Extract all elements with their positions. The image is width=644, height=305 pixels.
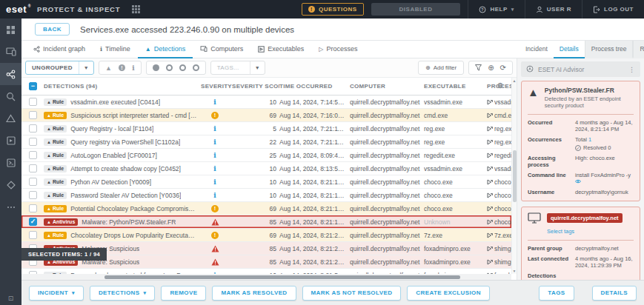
executables-icon — [258, 46, 265, 53]
table-row[interactable]: ▲RuleQuery registry via PowerShell [C110… — [21, 135, 511, 149]
panel-tab-incident[interactable]: Incident — [519, 41, 554, 58]
table-row[interactable]: ▲RuleQuery Registry - local [F1104]i5Aug… — [21, 122, 511, 135]
row-checkbox[interactable] — [29, 138, 37, 146]
table-row[interactable]: ▲Rulevssadmin.exe executed [C0414]i10Aug… — [21, 95, 511, 109]
detection-cell: ▲RuleSuspicious script interpreter start… — [44, 112, 201, 119]
scroll-up-icon[interactable]: ▲ — [513, 78, 517, 83]
logout-button[interactable]: LOG OUT — [582, 0, 644, 19]
tab-processes[interactable]: ▷Processes — [311, 41, 365, 58]
eset-logo[interactable]: eset® — [6, 4, 27, 15]
row-checkbox[interactable] — [29, 204, 37, 212]
sidebar-item-questions[interactable] — [0, 174, 21, 196]
ai-advisor-bar[interactable]: ESET AI Advisor ⋮ — [521, 61, 640, 77]
row-checkbox[interactable] — [29, 98, 37, 106]
scroll-down-icon[interactable]: ▼ — [513, 269, 517, 273]
select-all-checkbox[interactable]: − — [29, 82, 37, 90]
sidebar-item-scripts[interactable] — [0, 152, 21, 174]
funnel-icon[interactable] — [475, 64, 482, 71]
sidebar-item-incident-graph[interactable] — [0, 63, 21, 85]
panel-tab-details[interactable]: Details — [554, 41, 585, 58]
accessing-process-link[interactable]: High: choco.exe — [575, 155, 615, 168]
process-cell: choco.exe (9… — [487, 205, 511, 212]
row-checkbox[interactable] — [29, 151, 37, 159]
sidebar-item-dashboard[interactable] — [0, 19, 21, 41]
plus-circle-icon[interactable]: ⊕ — [488, 64, 494, 72]
tags-filter-select[interactable]: TAGS... ▼ — [210, 61, 265, 75]
add-filter-button[interactable]: ⊕ Add filter — [418, 61, 464, 75]
row-checkbox[interactable] — [29, 124, 37, 133]
tab-detections[interactable]: ▲Detections — [138, 41, 193, 58]
tags-button[interactable]: TAGS — [539, 286, 574, 301]
back-button[interactable]: BACK — [35, 23, 70, 36]
table-row[interactable]: ▲RulePotential Chocolatey Package Compro… — [21, 202, 511, 215]
panel-tab-process-tree[interactable]: Process tree — [585, 41, 634, 58]
scrollbar-thumb[interactable] — [104, 275, 460, 279]
user-menu[interactable]: USER R — [525, 0, 582, 19]
grouping-select[interactable]: UNGROUPED ▼ — [25, 61, 94, 75]
sidebar-item-detections[interactable] — [0, 107, 21, 130]
logout-icon — [593, 6, 600, 13]
tab-computers[interactable]: Computers — [193, 41, 250, 58]
sidebar-item-more[interactable] — [0, 196, 21, 218]
refresh-icon[interactable]: ⟳ — [500, 64, 506, 72]
app-launcher-icon[interactable] — [132, 5, 140, 13]
details-button[interactable]: DETAILS — [592, 286, 637, 301]
scrollbar-thumb[interactable] — [513, 150, 517, 202]
row-checkbox[interactable] — [29, 111, 37, 119]
table-row[interactable]: ▲RulePython AV Detection [Y0009]i10Aug 1… — [21, 175, 511, 189]
collapse-sidebar-icon[interactable]: ⊡ — [0, 295, 21, 302]
table-row[interactable]: ▲RuleSuspicious script interpreter start… — [21, 109, 511, 122]
table-row[interactable]: ▲RuleAttempt to create shadow copy [C045… — [21, 162, 511, 175]
severity-cell: i — [201, 191, 232, 199]
sidebar-item-search[interactable] — [0, 85, 21, 107]
column-header-time-occurred[interactable]: TIME OCCURRED — [279, 83, 350, 90]
table-row[interactable]: ▲RulePassword Stealer AV Detection [Y003… — [21, 189, 511, 202]
table-row[interactable]: ▲RuleAutoLogon Enabled [CF00017]i25Aug 1… — [21, 149, 511, 162]
disabled-button[interactable]: DISABLED — [371, 3, 461, 16]
horizontal-scrollbar[interactable] — [21, 274, 511, 280]
status-dot-icon[interactable] — [179, 64, 186, 71]
eye-icon[interactable] — [575, 178, 581, 185]
column-header-severity[interactable]: SEVERITY — [201, 83, 232, 90]
table-row[interactable]: ✓▲AntivirusMalware: Python/PSW.Stealer.F… — [21, 215, 511, 229]
vertical-scrollbar[interactable]: ▲ ▼ — [511, 78, 517, 274]
warning-filter-icon[interactable]: ! — [119, 64, 125, 71]
detection-name: Malware: Python/PSW.Stealer.FR — [82, 218, 176, 226]
panel-tab-related-objects[interactable]: Related objects — [633, 41, 644, 58]
occurrences-total-link[interactable]: 1 — [588, 136, 591, 143]
help-menu[interactable]: ? HELP▾ — [468, 0, 524, 19]
status-dot-icon[interactable] — [193, 64, 199, 71]
row-checkbox[interactable] — [29, 231, 37, 239]
mark-as-resolved-button[interactable]: MARK AS RESOLVED — [212, 286, 296, 301]
column-header-computer[interactable]: COMPUTER — [350, 83, 424, 90]
badge-label: Rule — [53, 232, 64, 238]
sidebar-item-executables[interactable] — [0, 130, 21, 152]
create-exclusion-button[interactable]: CREATE EXCLUSION — [407, 286, 490, 301]
column-settings-gear-icon[interactable]: ⚙ — [497, 81, 504, 90]
tab-timeline[interactable]: iTimeline — [93, 41, 138, 58]
column-header-executable[interactable]: EXECUTABLE — [424, 83, 487, 90]
column-header-detections[interactable]: DETECTIONS (94) — [44, 83, 201, 90]
info-filter-icon[interactable]: i — [132, 64, 135, 72]
row-checkbox[interactable] — [29, 191, 37, 199]
incident-button[interactable]: INCIDENT ▾ — [29, 286, 84, 301]
kebab-menu-icon[interactable]: ⋮ — [628, 66, 635, 73]
status-dot-icon[interactable] — [166, 64, 173, 71]
computer-name-badge[interactable]: quirrell.decryptmalfoy.net — [547, 213, 623, 223]
questions-button[interactable]: ! QUESTIONS — [302, 3, 364, 16]
table-row[interactable]: ▲RuleProcess has been started from a Low… — [21, 269, 511, 274]
mark-as-not-resolved-button[interactable]: MARK AS NOT RESOLVED — [302, 286, 402, 301]
detections-button[interactable]: DETECTIONS ▾ — [90, 286, 155, 301]
threat-filter-icon[interactable]: ▲ — [105, 64, 112, 72]
row-checkbox[interactable]: ✓ — [29, 218, 37, 226]
remove-button[interactable]: REMOVE — [161, 286, 206, 301]
status-dot-icon[interactable] — [153, 64, 159, 71]
table-row[interactable]: ▲RuleChocolatey Drops Low Popularity Exe… — [21, 229, 511, 242]
select-tags-link[interactable]: Select tags — [547, 228, 623, 235]
tab-executables[interactable]: Executables — [250, 41, 311, 58]
sidebar-item-computers[interactable] — [0, 41, 21, 63]
column-header-severity-score[interactable]: SEVERITY SCORE — [232, 83, 279, 90]
row-checkbox[interactable] — [29, 178, 37, 186]
tab-incident-graph[interactable]: Incident graph — [26, 41, 93, 58]
row-checkbox[interactable] — [29, 164, 37, 172]
